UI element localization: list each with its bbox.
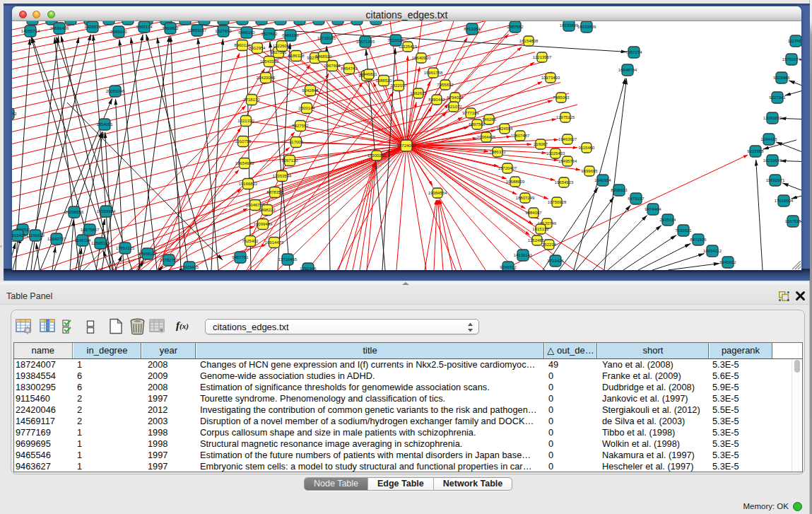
svg-text:7515526: 7515526 [387,38,404,42]
svg-text:1527602: 1527602 [215,29,232,33]
svg-text:746266: 746266 [482,117,497,122]
svg-text:17016504: 17016504 [775,199,794,203]
svg-text:11325419: 11325419 [399,45,418,49]
svg-text:19654933: 19654933 [235,161,254,165]
svg-text:6897568: 6897568 [469,122,486,127]
svg-text:1117453: 1117453 [788,39,801,43]
svg-text:1292346: 1292346 [300,267,317,270]
svg-text:20053346: 20053346 [106,89,125,93]
svg-text:20691406: 20691406 [50,26,69,30]
svg-text:9446821: 9446821 [360,72,377,76]
svg-text:6794028: 6794028 [447,95,464,100]
svg-text:1003174: 1003174 [136,25,153,29]
svg-text:252214: 252214 [542,243,557,247]
svg-text:216067: 216067 [534,142,548,146]
svg-text:6466160: 6466160 [238,30,255,35]
svg-text:10973493: 10973493 [541,76,560,80]
svg-text:12093832: 12093832 [763,116,782,120]
svg-text:2087682: 2087682 [507,25,524,29]
svg-text:5468920: 5468920 [315,54,332,59]
svg-text:9498222: 9498222 [259,208,276,212]
svg-text:1221330: 1221330 [237,119,254,123]
svg-text:8912954: 8912954 [249,46,266,50]
svg-text:18724007: 18724007 [397,144,416,148]
svg-text:7955812: 7955812 [437,83,454,87]
svg-text:7625402: 7625402 [242,239,259,243]
svg-text:10853267: 10853267 [188,28,207,33]
svg-text:3824554: 3824554 [496,127,513,131]
svg-text:16033809: 16033809 [577,25,596,29]
svg-text:15692971: 15692971 [766,178,785,182]
svg-text:8938923: 8938923 [611,188,628,192]
svg-text:20206556: 20206556 [65,210,84,214]
svg-text:9329966: 9329966 [773,76,790,80]
svg-text:22420046: 22420046 [257,76,276,80]
svg-text:8878352: 8878352 [266,190,283,194]
svg-text:9884067: 9884067 [525,211,542,215]
svg-text:11923465: 11923465 [180,265,199,269]
svg-text:16961758: 16961758 [424,71,443,75]
svg-text:14136141: 14136141 [514,253,533,257]
svg-text:19463627: 19463627 [558,137,577,141]
svg-text:10756928: 10756928 [548,200,567,204]
svg-text:10671355: 10671355 [356,40,375,44]
svg-text:1244415: 1244415 [760,137,777,141]
svg-text:18640910: 18640910 [412,56,431,60]
svg-text:11156819: 11156819 [26,233,45,238]
svg-text:8813054: 8813054 [464,27,481,31]
svg-text:1905571: 1905571 [84,25,101,29]
svg-text:10688609: 10688609 [506,180,525,184]
svg-text:7357274: 7357274 [625,50,642,54]
svg-text:14055714: 14055714 [21,29,40,33]
svg-text:317006: 317006 [289,140,304,144]
svg-text:1621072: 1621072 [445,105,462,109]
svg-text:9115460: 9115460 [579,146,596,150]
svg-text:13353594: 13353594 [273,174,292,178]
svg-text:9457791: 9457791 [232,255,249,259]
svg-text:9245912: 9245912 [500,265,517,269]
svg-text:1562615: 1562615 [410,91,427,95]
svg-text:6466160: 6466160 [282,33,299,37]
svg-text:15720407: 15720407 [498,166,517,170]
svg-text:19166822: 19166822 [239,182,258,186]
svg-text:16648784: 16648784 [618,68,637,72]
svg-text:16782759: 16782759 [160,258,179,262]
svg-text:18807249: 18807249 [516,196,535,200]
svg-text:1527602: 1527602 [261,32,278,36]
svg-text:2718170: 2718170 [243,98,260,102]
svg-text:1615132: 1615132 [532,227,549,231]
svg-text:9242848: 9242848 [302,88,319,93]
svg-text:1640954: 1640954 [594,178,611,182]
svg-text:1733426: 1733426 [547,259,564,263]
svg-text:16210643: 16210643 [763,158,782,163]
svg-text:7485063: 7485063 [553,95,570,100]
svg-text:2626052: 2626052 [12,112,17,116]
svg-text:8454749: 8454749 [341,66,358,71]
svg-text:12942737: 12942737 [47,237,66,241]
svg-text:2069140: 2069140 [110,30,127,34]
svg-text:20364436: 20364436 [477,135,496,139]
svg-text:9777169: 9777169 [462,111,479,115]
svg-text:1554051: 1554051 [96,122,113,127]
svg-text:12213967: 12213967 [533,55,552,59]
svg-text:7663822: 7663822 [162,26,179,30]
svg-text:3915426: 3915426 [12,233,26,238]
svg-text:1588520: 1588520 [375,78,392,83]
svg-text:8990443: 8990443 [428,98,445,102]
svg-text:9227341: 9227341 [769,95,786,100]
svg-text:10719185: 10719185 [317,36,336,40]
svg-text:17359924: 17359924 [97,209,116,214]
svg-text:10975867: 10975867 [81,228,100,232]
svg-text:18300295: 18300295 [367,153,387,158]
svg-text:16154808: 16154808 [519,39,539,43]
svg-text:6479197: 6479197 [628,197,645,201]
svg-text:16033809: 16033809 [560,23,579,28]
svg-text:12505115: 12505115 [91,241,110,245]
svg-text:1167538: 1167538 [785,219,801,223]
svg-text:7886372: 7886372 [489,150,506,154]
svg-text:1145194: 1145194 [75,238,92,243]
svg-text:10807487: 10807487 [511,134,530,138]
svg-text:17857225: 17857225 [116,246,135,250]
svg-text:3822037: 3822037 [390,83,407,88]
svg-text:19384554: 19384554 [428,191,447,195]
